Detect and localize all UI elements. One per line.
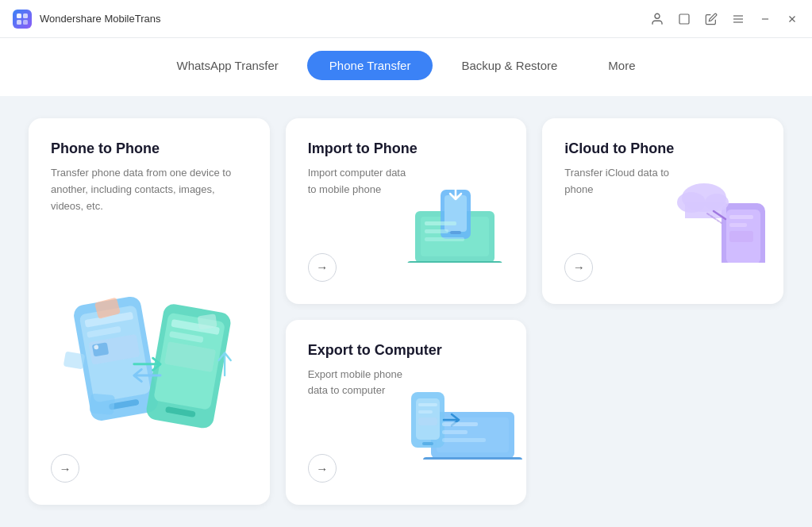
- app-logo: [13, 10, 32, 29]
- close-button[interactable]: [785, 12, 799, 26]
- titlebar: Wondershare MobileTrans: [0, 0, 812, 38]
- svg-rect-34: [444, 195, 467, 232]
- svg-rect-57: [442, 438, 486, 442]
- svg-rect-37: [425, 229, 448, 233]
- svg-rect-48: [729, 231, 753, 242]
- svg-rect-29: [90, 394, 116, 415]
- svg-rect-56: [442, 430, 468, 434]
- tab-backup-restore[interactable]: Backup & Restore: [439, 51, 579, 80]
- card-export-to-computer: Export to Computer Export mobile phone d…: [286, 320, 527, 506]
- svg-rect-36: [425, 221, 456, 225]
- svg-rect-35: [450, 231, 461, 234]
- card-import-to-phone: Import to Phone Import computer data to …: [286, 118, 527, 304]
- svg-rect-2: [17, 20, 21, 25]
- app-title: Wondershare MobileTrans: [40, 13, 650, 25]
- export-to-computer-title: Export to Computer: [308, 342, 505, 359]
- import-to-phone-desc: Import computer data to mobile phone: [308, 165, 416, 253]
- export-illustration: [407, 368, 518, 456]
- tab-phone-transfer[interactable]: Phone Transfer: [307, 51, 433, 80]
- svg-rect-59: [418, 410, 433, 414]
- svg-rect-46: [729, 215, 753, 219]
- navbar: WhatsApp Transfer Phone Transfer Backup …: [0, 38, 812, 96]
- svg-rect-54: [422, 442, 433, 445]
- svg-rect-3: [23, 20, 28, 25]
- user-icon[interactable]: [650, 12, 664, 26]
- icloud-to-phone-arrow-button[interactable]: →: [564, 253, 593, 282]
- svg-rect-47: [729, 223, 747, 227]
- svg-rect-5: [679, 14, 689, 24]
- icloud-to-phone-title: iCloud to Phone: [564, 140, 761, 157]
- svg-rect-18: [92, 342, 109, 356]
- edit-icon[interactable]: [704, 12, 718, 26]
- svg-rect-0: [17, 13, 21, 18]
- svg-rect-60: [418, 417, 437, 425]
- phone-to-phone-illustration: [51, 273, 248, 448]
- phone-to-phone-title: Phone to Phone: [51, 140, 248, 157]
- svg-rect-38: [425, 237, 464, 241]
- icloud-to-phone-desc: Transfer iCloud data to phone: [564, 165, 672, 253]
- icloud-illustration: [674, 167, 777, 255]
- svg-rect-28: [198, 314, 217, 329]
- svg-rect-1: [23, 13, 28, 18]
- card-icloud-to-phone: iCloud to Phone Transfer iCloud data to …: [542, 118, 783, 304]
- phone-to-phone-arrow-button[interactable]: →: [51, 454, 79, 483]
- minimize-button[interactable]: [758, 12, 772, 26]
- window-controls: [650, 12, 799, 26]
- menu-icon[interactable]: [731, 12, 745, 26]
- export-to-computer-desc: Export mobile phone data to computer: [308, 367, 416, 455]
- svg-point-4: [655, 13, 660, 18]
- tab-whatsapp-transfer[interactable]: WhatsApp Transfer: [154, 51, 300, 80]
- card-phone-to-phone: Phone to Phone Transfer phone data from …: [29, 118, 270, 505]
- svg-rect-58: [418, 403, 437, 406]
- import-illustration: [407, 167, 518, 255]
- import-to-phone-title: Import to Phone: [308, 140, 505, 157]
- export-to-computer-arrow-button[interactable]: →: [308, 454, 337, 483]
- window-icon[interactable]: [677, 12, 691, 26]
- main-content: Phone to Phone Transfer phone data from …: [0, 96, 812, 527]
- svg-rect-55: [442, 422, 478, 426]
- phone-to-phone-desc: Transfer phone data from one device to a…: [51, 165, 248, 257]
- tab-more[interactable]: More: [586, 51, 657, 80]
- svg-rect-32: [407, 261, 502, 263]
- svg-rect-51: [423, 457, 522, 460]
- cards-grid: Phone to Phone Transfer phone data from …: [29, 118, 783, 505]
- import-to-phone-arrow-button[interactable]: →: [308, 253, 337, 282]
